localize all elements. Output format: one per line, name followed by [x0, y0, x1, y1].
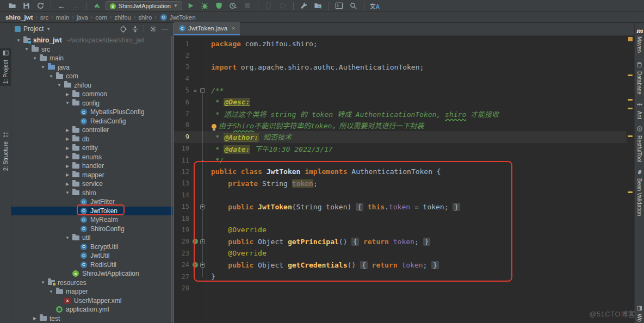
- code-line-3[interactable]: 3import org.apache.shiro.authc.Authentic…: [174, 61, 627, 73]
- chevron-expanded-icon[interactable]: ▼: [55, 83, 63, 88]
- code-line-27[interactable]: 27}: [174, 271, 627, 282]
- code-line-24[interactable]: 24↑+ public Object getCredentials() { re…: [174, 259, 627, 270]
- tree-item-mapper[interactable]: ▼mapper: [11, 287, 173, 296]
- tree-item-config[interactable]: ▼config: [11, 99, 173, 108]
- toolwindow-button-database[interactable]: Database: [636, 61, 642, 95]
- chevron-expanded-icon[interactable]: ▼: [47, 289, 55, 294]
- breadcrumb-item-shiro[interactable]: shiro: [138, 14, 152, 21]
- chevron-expanded-icon[interactable]: ▼: [39, 65, 47, 70]
- tree-item-test[interactable]: ▶test: [11, 314, 173, 323]
- code-line-9[interactable]: 9 * @Author: 知否技术: [174, 131, 627, 142]
- code-line-1[interactable]: 1package com.zhifou.shiro;: [174, 38, 627, 49]
- breadcrumb-item-main[interactable]: main: [56, 14, 70, 21]
- chevron-collapsed-icon[interactable]: ▶: [64, 146, 71, 151]
- tree-item-common[interactable]: ▶common: [11, 90, 173, 99]
- rerun-icon[interactable]: [277, 1, 288, 11]
- chevron-collapsed-icon[interactable]: ▶: [64, 136, 71, 141]
- tree-item-resources[interactable]: ▼resources: [11, 278, 173, 288]
- chevron-expanded-icon[interactable]: ▼: [39, 280, 47, 285]
- toolwindow-button-restfultool[interactable]: RestfulTool: [636, 126, 643, 162]
- code-line-8[interactable]: 8由于Shiro不能识别字符串的token，所以需要对其进行一下封装: [174, 120, 627, 131]
- tree-item-zhifou[interactable]: ▼zhifou: [11, 81, 173, 90]
- code-line-5[interactable]: 5≡−/**: [174, 85, 627, 96]
- chevron-expanded-icon[interactable]: ▼: [64, 235, 71, 240]
- tree-item-service[interactable]: ▶service: [11, 179, 173, 189]
- tree-item-handler[interactable]: ▶handler: [11, 162, 173, 171]
- attach-icon[interactable]: [263, 1, 274, 11]
- tree-item-redisconfig[interactable]: CRedisConfig: [11, 117, 173, 126]
- tree-item-db[interactable]: ▶db: [11, 135, 173, 144]
- tree-item-main[interactable]: ▼main: [11, 54, 173, 63]
- breadcrumb-item-src[interactable]: src: [40, 14, 48, 21]
- tree-item-java[interactable]: ▼java: [11, 63, 173, 72]
- hide-icon[interactable]: —: [160, 24, 170, 34]
- chevron-collapsed-icon[interactable]: ▶: [64, 154, 71, 159]
- tab-jwttoken-java[interactable]: C JwtToken.java ×: [174, 22, 240, 35]
- code-editor[interactable]: 1package com.zhifou.shiro;23import org.a…: [174, 36, 634, 323]
- tree-item-mapper[interactable]: ▶mapper: [11, 171, 173, 180]
- breadcrumb-item-java[interactable]: java: [77, 14, 88, 21]
- intention-bulb-icon[interactable]: [212, 124, 216, 129]
- terminal-icon[interactable]: [334, 1, 345, 11]
- chevron-collapsed-icon[interactable]: ▶: [64, 128, 71, 133]
- code-line-13[interactable]: 13 private String token;: [174, 178, 627, 189]
- tree-item-com[interactable]: ▼com: [11, 72, 173, 81]
- fold-expand-icon[interactable]: +: [200, 239, 205, 244]
- code-line-23[interactable]: 23 @Override: [174, 247, 627, 259]
- chevron-expanded-icon[interactable]: ▼: [64, 190, 71, 195]
- code-line-15[interactable]: 15+ public JwtToken(String token) { this…: [174, 201, 627, 212]
- tree-item-entity[interactable]: ▶entity: [11, 144, 173, 153]
- open-icon[interactable]: [7, 1, 17, 11]
- toolwindow-button-bean-validation[interactable]: Bean Validation: [636, 169, 643, 216]
- tree-item-jwtutil[interactable]: CJwtUtil: [11, 251, 173, 260]
- code-line-10[interactable]: 10 * @date: 下午10:30 2022/3/17: [174, 143, 627, 154]
- search-icon[interactable]: [348, 1, 359, 11]
- save-icon[interactable]: [21, 1, 32, 11]
- code-line-4[interactable]: 4: [174, 73, 627, 84]
- override-marker-icon[interactable]: ↑: [193, 239, 198, 244]
- locate-icon[interactable]: [118, 24, 128, 34]
- settings-icon[interactable]: [148, 24, 158, 34]
- build-icon[interactable]: [91, 1, 102, 11]
- code-line-28[interactable]: 28: [174, 282, 627, 294]
- chevron-collapsed-icon[interactable]: ▶: [64, 182, 71, 187]
- breadcrumb-item-shiro_jwt[interactable]: shiro_jwt: [5, 14, 33, 21]
- tree-item-myrealm[interactable]: CMyRealm: [11, 215, 173, 225]
- tree-item-redisutil[interactable]: CRedisUtil: [11, 260, 173, 270]
- chevron-down-icon[interactable]: ▼: [46, 27, 51, 32]
- tree-item-bcryptutil[interactable]: CBcryptUtil: [11, 243, 173, 252]
- override-marker-icon[interactable]: ↑: [193, 262, 198, 268]
- tree-item-controller[interactable]: ▶controller: [11, 126, 173, 135]
- coverage-icon[interactable]: [214, 1, 225, 11]
- chevron-collapsed-icon[interactable]: ▶: [64, 92, 71, 97]
- code-line-18[interactable]: 18: [174, 213, 627, 224]
- toolwindow-button-ant[interactable]: Ant: [636, 101, 643, 119]
- toolwindow-button-maven[interactable]: mMaven: [636, 27, 643, 53]
- tree-item-application.yml[interactable]: ⚙application.yml: [11, 305, 173, 314]
- chevron-expanded-icon[interactable]: ▼: [23, 47, 30, 52]
- tree-item-src[interactable]: ▼src: [11, 45, 173, 54]
- tree-item-shiro[interactable]: ▼shiro: [11, 189, 173, 198]
- gutter-menu-icon[interactable]: ≡: [193, 88, 196, 94]
- tree-item-util[interactable]: ▼util: [11, 233, 173, 243]
- sync-icon[interactable]: [35, 1, 46, 11]
- code-line-12[interactable]: 12public class JwtToken implements Authe…: [174, 166, 627, 177]
- tree-item-shiro_jwt[interactable]: ▼shiro_jwt~/workspace/idea/shiro_jwt: [11, 36, 173, 45]
- tree-item-jwttoken[interactable]: CJwtToken: [11, 207, 173, 216]
- run-config-selector[interactable]: sShiroJwtApplication▼: [106, 1, 182, 10]
- debug-icon[interactable]: [200, 1, 210, 11]
- code-line-20[interactable]: 20↑+ public Object getPrincipal() { retu…: [174, 236, 627, 247]
- chevron-collapsed-icon[interactable]: ▶: [64, 164, 71, 169]
- code-line-6[interactable]: 6 * @Desc:: [174, 96, 627, 108]
- code-line-14[interactable]: 14: [174, 189, 627, 201]
- tree-item-enums[interactable]: ▶enums: [11, 153, 173, 162]
- chevron-expanded-icon[interactable]: ▼: [31, 56, 39, 61]
- chevron-expanded-icon[interactable]: ▼: [47, 74, 55, 79]
- close-icon[interactable]: ×: [232, 26, 235, 32]
- stop-icon[interactable]: [242, 1, 253, 11]
- toolwindow-button-2-structure[interactable]: 2: Structure: [0, 129, 11, 173]
- collapse-icon[interactable]: [130, 24, 140, 34]
- project-tree[interactable]: ▼shiro_jwt~/workspace/idea/shiro_jwt▼src…: [11, 35, 173, 323]
- wrench-icon[interactable]: [299, 1, 309, 11]
- code-line-2[interactable]: 2: [174, 49, 627, 61]
